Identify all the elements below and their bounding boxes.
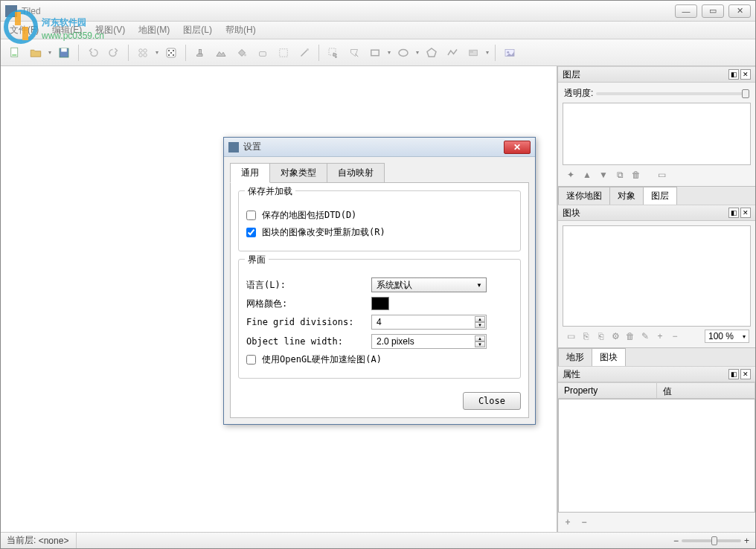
svg-point-4 [139,48,143,52]
properties-columns: Property 值 [558,382,755,399]
language-combo[interactable]: 系统默认▼ [371,277,487,292]
edit-polygon-icon[interactable] [345,43,364,62]
undo-icon[interactable] [83,43,103,62]
command-icon[interactable] [133,43,153,62]
menubar: 文件(F) 编辑(E) 视图(V) 地图(M) 图层(L) 帮助(H) [1,22,755,39]
tileset-props-icon[interactable]: ⚙ [609,330,622,343]
svg-point-21 [399,49,408,56]
line-width-spinbox[interactable]: 2.0 pixels ▲▼ [371,334,487,349]
close-button[interactable]: Close [463,392,521,410]
tab-layers[interactable]: 图层 [643,187,677,205]
checkbox-opengl[interactable] [246,355,256,365]
opacity-slider[interactable] [596,92,749,95]
redo-icon[interactable] [104,43,124,62]
move-up-icon[interactable]: ▲ [580,168,594,182]
zoom-out-icon[interactable]: − [673,536,679,546]
value-column-header: 值 [657,383,756,398]
svg-point-6 [139,53,143,57]
export-tileset-icon[interactable]: ⎗ [594,330,607,343]
fill-tool-icon[interactable] [232,43,252,62]
new-tileset-icon[interactable]: ▭ [564,330,577,343]
checkbox-include-dtd[interactable] [246,211,256,220]
fine-grid-spinbox[interactable]: 4 ▲▼ [371,315,487,330]
edit-terrain-icon[interactable]: ✎ [638,330,652,343]
settings-dialog: 设置 ✕ 通用 对象类型 自动映射 保存并加载 保存的地图包括DTD(D) 图块… [223,137,536,425]
add-tiles-icon[interactable]: + [653,330,667,343]
rect-select-icon[interactable] [274,43,293,62]
tab-terrain[interactable]: 地形 [558,348,592,366]
insert-image-icon[interactable] [500,43,519,62]
duplicate-layer-icon[interactable]: ⧉ [613,168,627,182]
terrain-tool-icon[interactable] [211,43,231,62]
checkbox-reload-images[interactable] [246,228,256,237]
delete-tileset-icon[interactable]: 🗑 [624,330,637,343]
undock-icon[interactable]: ◧ [728,369,739,379]
add-property-icon[interactable]: + [561,516,574,529]
tileset-view[interactable] [563,225,751,327]
import-tileset-icon[interactable]: ⎘ [579,330,592,343]
zoom-in-icon[interactable]: + [744,536,749,546]
remove-tiles-icon[interactable]: − [668,330,682,343]
dialog-titlebar[interactable]: 设置 ✕ [224,138,535,157]
panel-close-icon[interactable]: ✕ [740,208,751,218]
stamp-tool-icon[interactable] [190,43,210,62]
minimize-button[interactable]: — [675,4,697,18]
undock-icon[interactable]: ◧ [728,69,739,80]
menu-help[interactable]: 帮助(H) [220,22,262,38]
tileset-zoom-combo[interactable]: 100 %▾ [705,330,749,343]
tab-automap[interactable]: 自动映射 [327,163,385,183]
move-down-icon[interactable]: ▼ [597,168,610,182]
remove-property-icon[interactable]: − [577,516,591,529]
tab-tilesets[interactable]: 图块 [592,348,626,366]
undock-icon[interactable]: ◧ [728,208,739,218]
new-file-icon[interactable] [5,43,25,62]
label-language: 语言(L): [246,279,365,292]
open-dropdown[interactable]: ▾ [47,49,53,56]
eraser-tool-icon[interactable] [253,43,272,62]
svg-rect-23 [470,50,473,53]
open-file-icon[interactable] [26,43,45,62]
menu-file[interactable]: 文件(F) [4,22,45,38]
insert-rect-dropdown[interactable]: ▾ [386,49,392,56]
tab-objects[interactable]: 对象 [609,187,644,205]
maximize-button[interactable]: ▭ [702,4,724,18]
tab-general[interactable]: 通用 [230,163,270,183]
dialog-close-button[interactable]: ✕ [504,141,531,154]
tab-minimap[interactable]: 迷你地图 [558,187,610,205]
zoom-slider[interactable] [682,539,741,542]
svg-point-11 [170,51,172,53]
menu-map[interactable]: 地图(M) [132,22,176,38]
properties-list[interactable] [558,399,755,513]
close-button[interactable]: ✕ [728,4,751,18]
tilesets-panel-title: 图块 [563,207,727,219]
insert-tile-dropdown[interactable]: ▾ [484,49,490,56]
menu-layer[interactable]: 图层(L) [177,22,218,38]
toggle-other-layers-icon[interactable]: ▭ [655,168,668,182]
save-file-icon[interactable] [54,43,74,62]
menu-edit[interactable]: 编辑(E) [46,22,88,38]
insert-ellipse-icon[interactable] [394,43,413,62]
insert-tile-icon[interactable] [464,43,483,62]
svg-point-7 [144,53,147,57]
insert-polyline-icon[interactable] [443,43,462,62]
command-dropdown[interactable]: ▾ [154,49,160,56]
statusbar: 当前层: <none> − + [1,532,755,548]
grid-color-swatch[interactable] [371,297,389,310]
layer-list[interactable] [563,103,751,165]
magic-wand-icon[interactable] [295,43,314,62]
group-save-title: 保存并加载 [245,185,295,198]
delete-layer-icon[interactable]: 🗑 [630,168,643,182]
insert-ellipse-dropdown[interactable]: ▾ [414,49,420,56]
select-objects-icon[interactable] [324,43,343,62]
tab-object-types[interactable]: 对象类型 [269,163,327,183]
insert-rect-icon[interactable] [365,43,385,62]
new-layer-icon[interactable]: ✦ [564,168,577,182]
group-interface-title: 界面 [245,254,269,266]
insert-polygon-icon[interactable] [422,43,441,62]
menu-view[interactable]: 视图(V) [89,22,131,38]
dice-icon[interactable] [161,43,181,62]
panel-close-icon[interactable]: ✕ [740,369,751,379]
svg-point-15 [244,54,246,56]
panel-close-icon[interactable]: ✕ [740,69,751,80]
svg-point-12 [168,54,170,55]
